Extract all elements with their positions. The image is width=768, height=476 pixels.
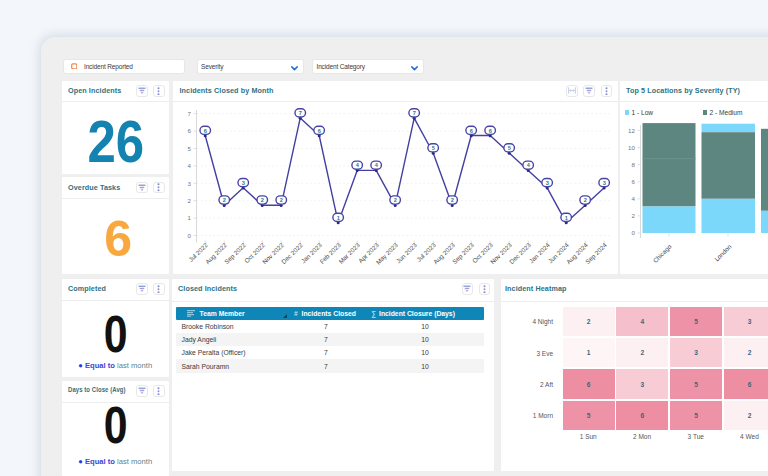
svg-text:6: 6 — [204, 127, 207, 133]
svg-text:0: 0 — [188, 231, 192, 238]
svg-text:3: 3 — [546, 179, 549, 185]
svg-text:London: London — [712, 242, 732, 262]
svg-text:2: 2 — [394, 197, 397, 203]
svg-text:6: 6 — [470, 127, 473, 133]
svg-text:2: 2 — [631, 212, 635, 219]
svg-text:5: 5 — [188, 144, 192, 151]
svg-text:4: 4 — [631, 195, 635, 202]
svg-text:2: 2 — [261, 197, 264, 203]
svg-text:2: 2 — [584, 197, 587, 203]
svg-text:6: 6 — [489, 127, 492, 133]
svg-text:10: 10 — [628, 143, 635, 150]
svg-text:6: 6 — [188, 127, 192, 134]
svg-text:5: 5 — [432, 145, 435, 151]
svg-text:7: 7 — [188, 109, 192, 116]
svg-text:Jun 2023: Jun 2023 — [395, 240, 419, 264]
svg-text:4: 4 — [188, 162, 192, 169]
svg-text:6: 6 — [318, 127, 321, 133]
svg-text:2: 2 — [280, 197, 283, 203]
svg-text:7: 7 — [413, 110, 416, 116]
svg-text:Sep 2022: Sep 2022 — [223, 240, 248, 265]
svg-text:7: 7 — [299, 110, 302, 116]
svg-text:3: 3 — [242, 179, 245, 185]
svg-text:2: 2 — [188, 197, 192, 204]
svg-text:1: 1 — [337, 214, 340, 220]
svg-text:1: 1 — [565, 214, 568, 220]
svg-text:5: 5 — [508, 145, 511, 151]
svg-text:6: 6 — [631, 178, 635, 185]
svg-text:Sep 2023: Sep 2023 — [451, 240, 476, 265]
svg-text:Sep 2024: Sep 2024 — [584, 240, 609, 265]
svg-text:0: 0 — [631, 229, 635, 236]
svg-text:2: 2 — [223, 197, 226, 203]
svg-text:8: 8 — [631, 161, 635, 168]
svg-text:1: 1 — [188, 214, 192, 221]
svg-text:Chicago: Chicago — [651, 242, 673, 264]
svg-text:3: 3 — [603, 179, 606, 185]
svg-text:3: 3 — [188, 179, 192, 186]
svg-text:12: 12 — [628, 126, 635, 133]
svg-text:2: 2 — [451, 197, 454, 203]
